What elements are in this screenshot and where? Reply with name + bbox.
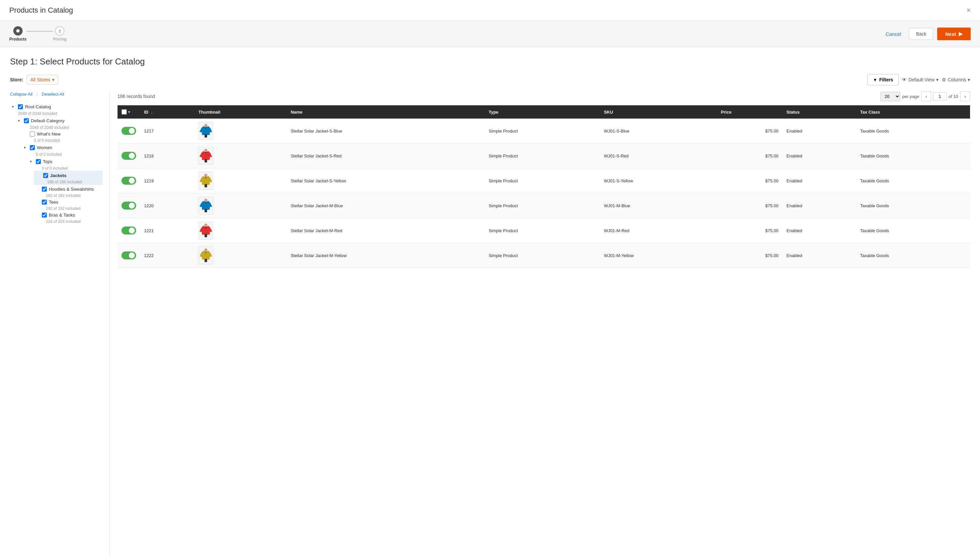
cell-status-1218: Enabled	[782, 144, 856, 168]
tree-node-root: ▾ Root Catalog 2048 of 2048 included ▾ D…	[10, 102, 103, 224]
sort-id-icon[interactable]: ↓	[151, 110, 153, 114]
tree-node-jackets-sub: 186 of 186 included	[47, 180, 101, 184]
th-arrow-icon[interactable]: ▾	[128, 110, 130, 114]
tree-node-jackets: Jackets 186 of 186 included	[34, 171, 103, 185]
toggle-switch-1220[interactable]	[121, 202, 136, 210]
tree-node-tops-sub: 0 of 0 included	[42, 166, 103, 171]
tree-node-women-label: Women	[37, 145, 52, 150]
filters-button[interactable]: ▼ Filters	[867, 74, 899, 86]
cell-tax-1219: Taxable Goods	[856, 168, 970, 193]
cell-tax-1218: Taxable Goods	[856, 144, 970, 168]
thumbnail-image-1222	[198, 246, 213, 264]
svg-rect-47	[205, 259, 206, 262]
cell-status-1219: Enabled	[782, 168, 856, 193]
cell-name-1222: Stellar Solar Jacket-M-Yellow	[287, 243, 485, 268]
svg-rect-48	[206, 259, 207, 262]
tree-checkbox-whats-new[interactable]	[30, 131, 35, 136]
table-row: 1220 Stellar Solar Jacket-M-BlueSimple P…	[118, 193, 970, 218]
store-dropdown[interactable]: All Stores ▾	[27, 75, 58, 85]
tree-node-tees-sub: 192 of 192 included	[46, 206, 103, 211]
cell-id-1221: 1221	[140, 218, 195, 243]
tree-toggle-root[interactable]: ▾	[10, 103, 16, 110]
table-area: 186 records found 20 50 100 per page ‹ o…	[110, 91, 970, 556]
tree-toggle-tops[interactable]: ▾	[28, 158, 34, 165]
modal-header: Products in Catalog ×	[0, 0, 980, 21]
step-2-item: 2 Pricing	[53, 26, 67, 42]
th-sku: SKU	[600, 105, 717, 119]
th-select: ▾	[118, 105, 140, 119]
cell-price-1222: $75.00	[717, 243, 782, 268]
toggle-switch-1219[interactable]	[121, 177, 136, 185]
next-button[interactable]: Next ▶	[937, 27, 971, 40]
cell-type-1220: Simple Product	[485, 193, 600, 218]
tree-checkbox-women[interactable]	[30, 145, 35, 150]
tree-node-bras-sub: 224 of 224 included	[46, 219, 103, 224]
tree-node-hoodies-sub: 182 of 182 included	[46, 193, 103, 198]
columns-button[interactable]: ⚙ Columns ▾	[942, 77, 970, 82]
tree-node-bras: Bras & Tanks 224 of 224 included	[34, 211, 103, 224]
cell-tax-1217: Taxable Goods	[856, 119, 970, 144]
toggle-switch-1217[interactable]	[121, 127, 136, 135]
tree-checkbox-bras[interactable]	[42, 213, 47, 218]
product-table: ▾ ID ↓ Thumbnail Name Type SKU Price Sta…	[118, 105, 970, 268]
cell-tax-1221: Taxable Goods	[856, 218, 970, 243]
next-page-button[interactable]: ›	[960, 91, 970, 101]
content-row: Collapse All | Deselect All ▾ Root Catal…	[10, 91, 970, 556]
filter-funnel-icon: ▼	[873, 78, 877, 82]
per-page-select[interactable]: 20 50 100	[880, 92, 900, 101]
cell-sku-1222: WJ01-M-Yellow	[600, 243, 717, 268]
view-button[interactable]: 👁 Default View ▾	[902, 77, 938, 82]
deselect-all-button[interactable]: Deselect All	[42, 91, 64, 97]
store-label: Store:	[10, 77, 23, 82]
cell-id-1220: 1220	[140, 193, 195, 218]
tree-children-tops: Jackets 186 of 186 included	[34, 171, 103, 224]
cell-sku-1217: WJ01-S-Blue	[600, 119, 717, 144]
svg-point-14	[204, 149, 208, 152]
svg-point-30	[204, 199, 208, 202]
toggle-switch-1218[interactable]	[121, 152, 136, 160]
tree-toggle-women[interactable]: ▾	[22, 144, 28, 150]
cell-thumbnail-1217	[195, 119, 287, 144]
step-2-label: Pricing	[53, 37, 67, 42]
close-button[interactable]: ×	[966, 6, 971, 14]
cell-sku-1218: WJ01-S-Red	[600, 144, 717, 168]
tree-node-tops: ▾ Tops 0 of 0 included	[28, 157, 103, 224]
cell-price-1220: $75.00	[717, 193, 782, 218]
cell-name-1219: Stellar Solar Jacket-S-Yellow	[287, 168, 485, 193]
cell-status-1222: Enabled	[782, 243, 856, 268]
collapse-all-button[interactable]: Collapse All	[10, 91, 32, 97]
cell-id-1218: 1218	[140, 144, 195, 168]
cell-price-1217: $75.00	[717, 119, 782, 144]
svg-rect-32	[206, 209, 207, 213]
svg-rect-15	[205, 159, 206, 163]
tree-node-tops-label: Tops	[43, 159, 52, 164]
cell-toggle-1217	[118, 119, 140, 144]
per-page-label: per page	[902, 94, 919, 99]
toggle-switch-1221[interactable]	[121, 226, 136, 234]
store-selector: Store: All Stores ▾	[10, 75, 58, 85]
tree-checkbox-tops[interactable]	[36, 159, 41, 164]
tree-toggle-default[interactable]: ▾	[16, 118, 22, 124]
select-all-checkbox[interactable]	[121, 109, 127, 115]
tree-checkbox-hoodies[interactable]	[42, 187, 47, 192]
toggle-switch-1222[interactable]	[121, 251, 136, 259]
tree-node-hoodies-content: Hoodies & Sweatshirts	[34, 185, 103, 193]
tree-node-whats-new-label: What's New	[37, 131, 61, 136]
tree-checkbox-root[interactable]	[18, 104, 23, 109]
filters-label: Filters	[879, 77, 893, 82]
cell-status-1217: Enabled	[782, 119, 856, 144]
tree-checkbox-tees[interactable]	[42, 200, 47, 205]
cell-id-1222: 1222	[140, 243, 195, 268]
jacket-thumbnail-svg	[199, 246, 213, 264]
page-input[interactable]	[933, 92, 946, 101]
th-status: Status	[782, 105, 856, 119]
svg-rect-40	[206, 234, 207, 238]
product-table-body: 1217 Stellar Solar Jacket-S-BlueSimple P…	[118, 119, 970, 268]
back-button[interactable]: Back	[909, 28, 933, 40]
cancel-button[interactable]: Cancel	[882, 29, 905, 40]
prev-page-button[interactable]: ‹	[921, 91, 931, 101]
tree-checkbox-default[interactable]	[24, 118, 29, 123]
svg-rect-16	[206, 159, 207, 163]
view-chevron-icon: ▾	[936, 77, 938, 82]
tree-checkbox-jackets[interactable]	[43, 173, 48, 178]
